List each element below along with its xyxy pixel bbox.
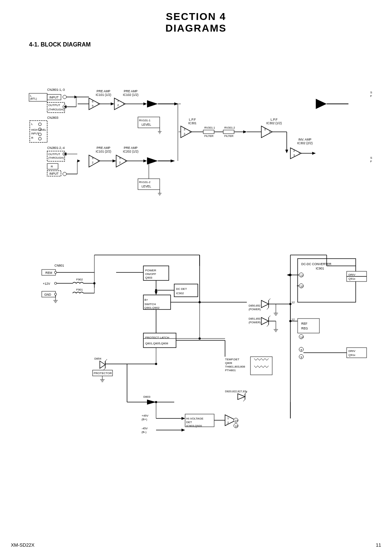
svg-text:INPUT: INPUT — [49, 96, 59, 99]
svg-point-136 — [93, 282, 95, 284]
svg-text:REF: REF — [301, 322, 307, 325]
svg-text:L.P.F: L.P.F — [189, 118, 196, 121]
svg-text:PRE AMP: PRE AMP — [124, 89, 138, 93]
svg-text:DRIV: DRIV — [348, 273, 356, 276]
svg-text:+45V: +45V — [142, 414, 149, 417]
svg-point-264 — [155, 289, 157, 291]
svg-point-258 — [155, 363, 157, 365]
svg-point-18 — [38, 137, 41, 140]
svg-marker-211 — [181, 417, 185, 420]
svg-point-14 — [38, 133, 41, 136]
svg-text:(B+): (B+) — [142, 418, 147, 421]
svg-point-255 — [199, 337, 201, 340]
svg-text:(THROUGH): (THROUGH) — [48, 156, 64, 159]
svg-marker-202 — [238, 394, 245, 400]
svg-point-12 — [38, 123, 41, 126]
svg-text:1: 1 — [298, 152, 300, 155]
svg-marker-68 — [285, 150, 288, 153]
svg-text:DRIV: DRIV — [348, 349, 356, 353]
svg-marker-38 — [143, 102, 147, 105]
svg-text:LEVEL: LEVEL — [142, 123, 151, 126]
svg-text:3: 3 — [293, 154, 295, 157]
svg-text:Q809: Q809 — [225, 361, 232, 365]
svg-text:-45V: -45V — [142, 427, 148, 430]
svg-text:IC901: IC901 — [316, 267, 324, 270]
block-diagram-1: CNJ801-1,-3 L (BTL) INPUT OUTPUT (THROUG… — [0, 52, 392, 226]
svg-text:5: 5 — [264, 128, 266, 131]
svg-text:D820,822,827,83x: D820,822,827,83x — [225, 390, 248, 393]
rv301-1-resistor — [203, 130, 214, 134]
svg-text:12: 12 — [291, 301, 295, 304]
svg-marker-216 — [181, 429, 185, 432]
svg-point-125 — [54, 293, 57, 295]
svg-text:S: S — [370, 91, 372, 94]
svg-text:S: S — [370, 156, 372, 159]
title-line2: DIAGRAMS — [0, 23, 392, 34]
page-footer: XM-SD22X 11 — [0, 542, 392, 548]
svg-marker-158 — [261, 300, 269, 308]
svg-text:TH801,803,808: TH801,803,808 — [225, 365, 245, 368]
svg-text:7: 7 — [269, 130, 271, 134]
svg-text:+12V: +12V — [43, 282, 50, 285]
svg-text:OUTPUT: OUTPUT — [48, 153, 60, 156]
svg-text:RV101-2: RV101-2 — [139, 181, 151, 184]
svg-text:F: F — [370, 160, 372, 163]
svg-text:L.P.F: L.P.F — [270, 118, 277, 121]
svg-line-205 — [243, 400, 245, 401]
svg-marker-104 — [77, 159, 80, 162]
svg-text:ON/OFF: ON/OFF — [145, 272, 156, 276]
svg-marker-148 — [155, 291, 158, 295]
svg-text:Q901,Q902: Q901,Q902 — [144, 306, 160, 309]
protect-latch-box — [143, 333, 176, 348]
svg-line-172 — [269, 316, 270, 317]
svg-marker-89 — [143, 159, 147, 162]
svg-text:11: 11 — [300, 274, 303, 277]
svg-text:2: 2 — [117, 104, 119, 107]
block-diagram-2: CN801 REM +12V GND F902 F901 — [0, 237, 392, 447]
svg-text:15: 15 — [235, 419, 238, 422]
svg-text:CNJ803: CNJ803 — [47, 116, 58, 119]
svg-text:IC101 (2/2): IC101 (2/2) — [96, 150, 111, 153]
svg-text:2: 2 — [119, 161, 121, 164]
svg-text:POWER: POWER — [145, 269, 156, 272]
svg-text:OUTPUT: OUTPUT — [48, 104, 60, 107]
svg-text:IC302 (1/2): IC302 (1/2) — [266, 121, 282, 125]
svg-text:PRE AMP: PRE AMP — [97, 146, 110, 150]
svg-text:REM: REM — [45, 271, 52, 275]
svg-text:10: 10 — [300, 285, 303, 288]
svg-marker-92 — [171, 159, 175, 162]
svg-text:Q91x: Q91x — [348, 277, 355, 280]
svg-text:1: 1 — [189, 130, 191, 134]
svg-text:PRE AMP: PRE AMP — [97, 89, 110, 93]
svg-text:1: 1 — [97, 159, 99, 163]
svg-marker-60 — [243, 130, 247, 133]
svg-marker-31 — [111, 102, 114, 105]
svg-text:F901: F901 — [76, 288, 83, 291]
svg-text:5: 5 — [92, 104, 94, 108]
svg-text:1: 1 — [124, 159, 126, 163]
svg-text:REG: REG — [301, 327, 308, 330]
svg-text:(POWER): (POWER) — [249, 308, 261, 311]
svg-text:Q903: Q903 — [145, 276, 152, 279]
lpf-ic302-12-symbol — [261, 126, 272, 138]
svg-text:Q91x: Q91x — [348, 353, 355, 357]
svg-text:D850,852: D850,852 — [249, 304, 261, 307]
svg-text:PROTECTOR: PROTECTOR — [94, 372, 112, 375]
svg-line-188 — [103, 368, 105, 370]
svg-text:D803: D803 — [143, 395, 151, 398]
connector-1 — [63, 95, 66, 99]
svg-text:IC903,Q920: IC903,Q920 — [186, 424, 202, 428]
svg-text:(THROUGH): (THROUGH) — [48, 108, 64, 111]
svg-text:DET: DET — [186, 421, 192, 424]
svg-text:2: 2 — [227, 421, 229, 424]
svg-text:B+: B+ — [144, 298, 148, 301]
svg-text:IC902: IC902 — [176, 292, 184, 295]
svg-text:R: R — [51, 165, 53, 168]
svg-text:14: 14 — [300, 336, 303, 339]
svg-marker-169 — [261, 317, 269, 325]
svg-text:F902: F902 — [76, 278, 83, 281]
svg-line-161 — [267, 308, 269, 309]
svg-text:SWITCH: SWITCH — [144, 303, 156, 306]
svg-text:RV101-1: RV101-1 — [139, 119, 151, 122]
svg-point-122 — [54, 282, 57, 284]
